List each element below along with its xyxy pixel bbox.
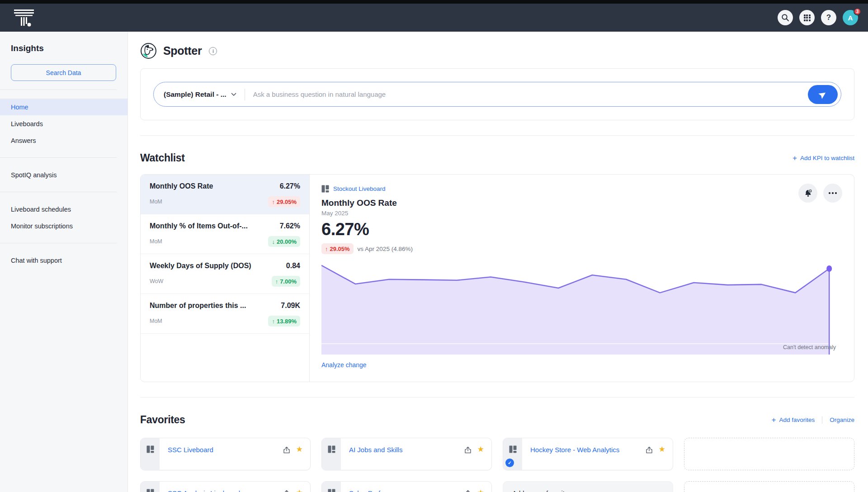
info-icon[interactable] <box>209 47 217 55</box>
kpi-value: 0.84 <box>286 262 300 270</box>
favorite-card-main: SSC Liveboard <box>160 438 310 470</box>
watchlist-kpi-row-number-of-properties-this[interactable]: Number of properties this ...7.09KMoM↑13… <box>141 294 309 334</box>
spotter-header: Spotter <box>140 43 854 59</box>
kpi-name: Monthly OOS Rate <box>150 182 213 190</box>
search-data-button[interactable]: Search Data <box>11 64 116 81</box>
stockout-liveboard-link[interactable]: Stockout Liveboard <box>333 185 386 192</box>
apps-grid-button[interactable] <box>799 10 815 25</box>
favorite-star-icon[interactable] <box>296 445 303 453</box>
help-button[interactable] <box>821 10 836 25</box>
liveboard-icon <box>146 445 154 453</box>
favorite-card-ssc-analysis-liveboard[interactable]: SSC Analysis Liveboard <box>140 481 311 492</box>
favorite-card-title[interactable]: SSC Analysis Liveboard <box>168 489 277 492</box>
add-new-favorite-card[interactable]: Add a new favorite <box>503 481 673 492</box>
favorite-card-title[interactable]: AI Jobs and Skills <box>349 446 458 454</box>
analyze-change-link[interactable]: Analyze change <box>321 361 367 369</box>
favorite-card-strip <box>503 438 522 470</box>
section-divider <box>140 135 854 136</box>
favorite-card-title[interactable]: Hockey Store - Web Analytics <box>530 446 640 454</box>
avatar-letter: A <box>848 14 853 22</box>
favorite-card-title[interactable]: SSC Liveboard <box>168 446 277 454</box>
sidebar-item-home[interactable]: Home <box>0 99 127 115</box>
watchlist-kpi-row-monthly-of-items-out-of[interactable]: Monthly % of Items Out-of-...7.62%MoM↓20… <box>141 214 309 254</box>
add-kpi-link[interactable]: Add KPI to watchlist <box>793 154 854 162</box>
favorite-card-ai-jobs-and-skills[interactable]: AI Jobs and Skills <box>321 438 492 470</box>
last-point-marker <box>826 265 832 272</box>
favorites-header: Favorites Add favorites Organize <box>140 414 854 426</box>
sidebar-item-label: Answers <box>11 137 36 144</box>
favorite-card-strip <box>141 482 160 492</box>
kpi-change-value: 29.05% <box>277 199 297 205</box>
add-favorites-link[interactable]: Add favorites <box>771 416 815 424</box>
arrow-down-icon: ↓ <box>272 238 275 245</box>
kpi-row-top: Number of properties this ...7.09K <box>150 302 300 310</box>
kpi-row-bottom: WoW↑7.00% <box>150 276 300 287</box>
favorite-card-hockey-store-web-analytics[interactable]: Hockey Store - Web Analytics <box>503 438 673 470</box>
kpi-change-pill: ↑7.00% <box>272 276 300 287</box>
sidebar-item-answers[interactable]: Answers <box>0 132 127 149</box>
favorite-placeholder-slot <box>684 481 854 492</box>
kpi-row-top: Monthly % of Items Out-of-...7.62% <box>150 222 300 230</box>
share-button[interactable] <box>645 446 653 456</box>
sidebar-item-label: Home <box>11 104 28 111</box>
spotter-dog-icon <box>140 43 157 59</box>
kpi-change-pill: ↑13.89% <box>268 316 300 326</box>
watchlist-title: Watchlist <box>140 152 185 164</box>
send-question-button[interactable] <box>808 85 838 104</box>
favorites-title: Favorites <box>140 414 185 426</box>
ask-question-input[interactable] <box>253 90 808 98</box>
sidebar-divider <box>0 157 117 158</box>
arrow-up-icon: ↑ <box>272 199 275 205</box>
add-new-favorite-label: Add a new favorite <box>512 489 568 492</box>
favorite-star-icon[interactable] <box>477 489 484 492</box>
share-button[interactable] <box>283 489 291 492</box>
thoughtspot-logo-icon <box>14 8 34 27</box>
favorite-card-ssc-liveboard[interactable]: SSC Liveboard <box>140 438 311 470</box>
kpi-trend-chart[interactable]: Can't detect anomaly <box>321 261 842 355</box>
organize-link[interactable]: Organize <box>830 416 854 423</box>
kpi-row-top: Monthly OOS Rate6.27% <box>150 182 300 190</box>
sidebar-item-label: Monitor subscriptions <box>11 222 73 230</box>
favorite-card-sales-performance[interactable]: Sales Performance <box>321 481 492 492</box>
share-icon <box>283 489 291 492</box>
liveboard-icon <box>328 489 335 492</box>
favorite-star-icon[interactable] <box>477 445 484 453</box>
share-button[interactable] <box>283 446 291 456</box>
sidebar-item-monitor-subscriptions[interactable]: Monitor subscriptions <box>0 218 127 234</box>
change-pill: ↑ 29.05% <box>321 243 354 254</box>
share-button[interactable] <box>464 446 472 456</box>
global-search-button[interactable] <box>778 10 793 25</box>
favorite-card-title[interactable]: Sales Performance <box>349 489 458 492</box>
detail-actions <box>798 184 842 203</box>
sidebar-item-spotiq-analysis[interactable]: SpotIQ analysis <box>0 166 127 183</box>
favorite-card-strip <box>322 438 341 470</box>
watchlist-kpi-row-monthly-oos-rate[interactable]: Monthly OOS Rate6.27%MoM↑29.05% <box>141 175 309 214</box>
liveboard-icon <box>509 445 517 453</box>
kpi-change-value: 7.00% <box>280 278 297 285</box>
kpi-detail-title: Monthly OOS Rate <box>321 198 842 208</box>
favorite-card-strip <box>322 482 341 492</box>
plus-icon <box>793 154 797 162</box>
datasource-selector[interactable]: (Sample) Retail - ... <box>164 90 236 99</box>
more-options-button[interactable] <box>823 184 842 203</box>
watchlist-kpi-row-weekly-days-of-supply-dos[interactable]: Weekly Days of Supply (DOS)0.84WoW↑7.00% <box>141 254 309 294</box>
spotter-card: (Sample) Retail - ... <box>140 68 854 120</box>
user-avatar[interactable]: A 3 <box>843 10 858 25</box>
kpi-row-top: Weekly Days of Supply (DOS)0.84 <box>150 262 300 270</box>
kpi-change-value: 20.00% <box>277 238 297 245</box>
sidebar-item-liveboard-schedules[interactable]: Liveboard schedules <box>0 201 127 218</box>
share-button[interactable] <box>464 489 472 492</box>
sidebar-item-chat-with-support[interactable]: Chat with support <box>0 252 127 269</box>
help-icon <box>826 13 831 22</box>
kpi-value: 7.09K <box>281 302 300 310</box>
create-alert-button[interactable] <box>798 184 817 203</box>
share-icon <box>283 446 291 454</box>
kpi-row-bottom: MoM↓20.00% <box>150 236 300 247</box>
sidebar-item-liveboards[interactable]: Liveboards <box>0 115 127 132</box>
thoughtspot-logo[interactable] <box>14 8 34 27</box>
verified-badge-icon <box>505 459 514 467</box>
liveboard-icon <box>321 185 329 193</box>
favorite-star-icon[interactable] <box>659 445 665 453</box>
favorite-star-icon[interactable] <box>296 489 303 492</box>
area-chart <box>321 261 842 355</box>
